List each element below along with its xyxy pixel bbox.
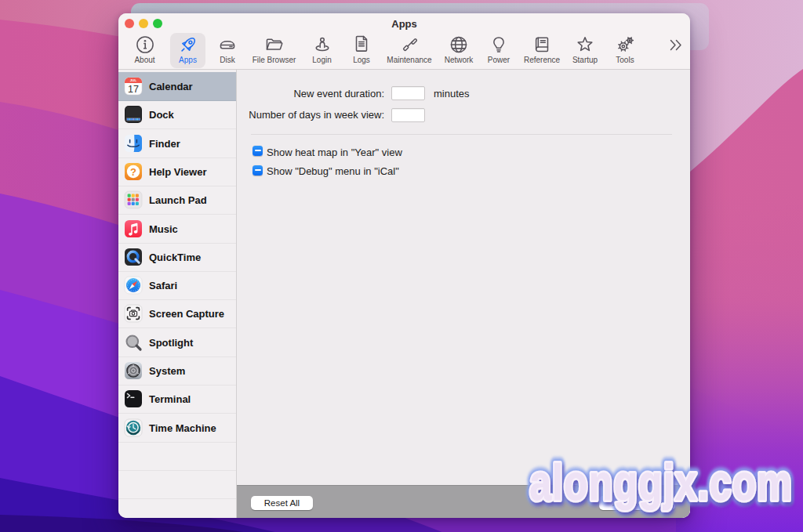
svg-text:17: 17 <box>128 84 139 95</box>
svg-text:?: ? <box>130 166 136 178</box>
svg-text:JUL: JUL <box>130 78 137 82</box>
